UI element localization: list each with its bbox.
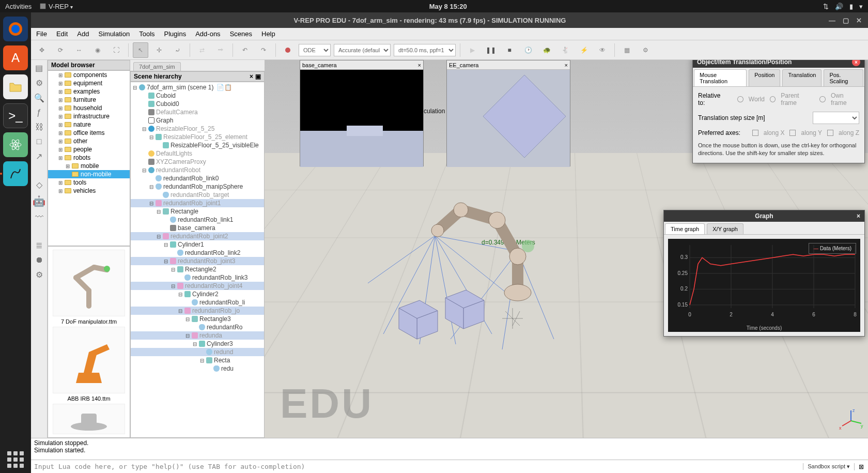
model-tree-item[interactable]: ⊞household [48,104,130,112]
dock-apps-grid[interactable] [7,451,24,468]
hierarchy-detach-icon[interactable]: ▣ [255,73,261,80]
radio-parent[interactable] [770,96,776,102]
menu-simulation[interactable]: Simulation [99,30,130,38]
radio-own[interactable] [819,96,825,102]
sim-stop-icon[interactable]: ■ [502,42,517,58]
hierarchy-item[interactable]: Graph [131,116,264,125]
hierarchy-item[interactable]: ⊟ResizableFloor_5_25_element [131,133,264,141]
lt-pages-icon[interactable]: ▤ [35,63,43,73]
dock-atom[interactable] [3,132,28,157]
chk-along-y[interactable] [789,130,796,136]
hierarchy-item[interactable]: ⊟redundantRobot [131,166,264,174]
chk-along-x[interactable] [752,130,758,136]
model-tree-item[interactable]: ⊞people [48,145,130,154]
hierarchy-close-icon[interactable]: × [250,73,253,80]
hierarchy-item[interactable]: ⊟Cylinder2 [131,290,264,298]
model-tree-item[interactable]: ⊞examples [48,87,130,96]
hierarchy-item[interactable]: ⊟Rectangle2 [131,265,264,273]
tool-pan-icon[interactable]: ✥ [34,42,50,58]
hierarchy-item[interactable]: ⊟Rectangle3 [131,315,264,323]
dock-firefox[interactable] [3,17,28,41]
console-close-icon[interactable]: ⊠ [854,463,868,470]
lt-selection-icon[interactable]: □ [37,137,42,146]
hierarchy-item[interactable]: redund [131,348,264,356]
lt-settings-icon[interactable]: ⚙ [36,270,43,280]
scene-hierarchy[interactable]: ⊟7dof_arm_sim (scene 1) 📄📋CuboidCuboid0D… [130,82,265,438]
model-tree-item[interactable]: ⊞nature [48,120,130,129]
menu-edit[interactable]: Edit [56,30,68,38]
tool-rotate-icon[interactable]: ⟳ [53,42,68,58]
sim-visualize-icon[interactable]: 👁 [595,42,610,58]
tool-scene-icon[interactable]: ⚙ [638,42,653,58]
sim-play-icon[interactable]: ▶ [464,42,480,58]
hierarchy-item[interactable]: redundantRob_link1 [131,216,264,224]
tool-undo-icon[interactable]: ↶ [237,42,253,58]
menu-help[interactable]: Help [261,30,275,38]
lua-input[interactable]: Input Lua code here, or type "help()" (u… [31,462,803,471]
network-icon[interactable]: ⇅ [823,3,829,10]
ee-camera-window[interactable]: EE_camera× [446,60,570,166]
model-tree-item[interactable]: ⊞infrastructure [48,112,130,120]
hierarchy-item[interactable]: DefaultCamera [131,108,264,116]
hierarchy-item[interactable]: ⊟redundantRob_joint1 [131,199,264,207]
window-minimize-button[interactable]: — [829,17,835,24]
app-indicator[interactable]: V-REP [39,3,73,10]
hierarchy-item[interactable]: ⊟redundantRob_manipSphere [131,182,264,191]
menu-tools[interactable]: Tools [139,30,154,38]
hierarchy-item[interactable]: ⊟ResizableFloor_5_25 [131,125,264,133]
model-tree-item[interactable]: ⊞components [48,71,130,79]
tab-xy-graph[interactable]: X/Y graph [707,223,743,234]
hierarchy-item[interactable]: redundantRob_link2 [131,249,264,257]
hierarchy-item[interactable]: Cuboid0 [131,100,264,108]
tool-move-icon[interactable]: ↔ [71,42,87,58]
dock-software[interactable]: A [3,45,28,70]
hierarchy-root[interactable]: ⊟7dof_arm_sim (scene 1) 📄📋 [131,83,264,91]
step-size-select[interactable] [813,112,859,124]
tool-translate-icon[interactable]: ✢ [151,42,167,58]
sim-realtime-icon[interactable]: 🕑 [520,42,536,58]
menu-scenes[interactable]: Scenes [230,30,252,38]
window-close-button[interactable]: ✕ [856,17,862,24]
tab-position[interactable]: Position [749,69,780,86]
scene-tab[interactable]: 7dof_arm_sim [133,62,181,71]
lt-path-icon[interactable]: 〰 [35,212,43,222]
tool-transfer-icon[interactable]: ⮕ [213,42,228,58]
dock-vrep[interactable] [3,161,28,186]
dialog-close-icon[interactable]: × [857,212,860,220]
dialog-close-icon[interactable]: × [852,60,860,66]
tool-camera-icon[interactable]: ◉ [90,42,105,58]
hierarchy-item[interactable]: redundantRo [131,323,264,331]
menu-add[interactable]: Add [77,30,89,38]
tool-rotate-obj-icon[interactable]: ⤾ [170,42,185,58]
menu-file[interactable]: File [36,30,47,38]
translation-dialog[interactable]: Object/Item Translation/Position× Mouse … [692,60,865,163]
volume-icon[interactable]: 🔊 [835,3,843,10]
preview-thumb-2[interactable] [53,404,125,434]
hierarchy-item[interactable]: base_camera [131,224,264,232]
dock-terminal[interactable]: >_ [3,103,28,128]
hierarchy-item[interactable]: Cuboid [131,91,264,100]
model-tree-item[interactable]: ⊞furniture [48,96,130,104]
tool-select-icon[interactable]: ↖ [133,42,148,58]
engine-select[interactable]: ODE [299,44,331,56]
menu-add-ons[interactable]: Add-ons [195,30,220,38]
lt-robot-icon[interactable]: 🤖 [33,195,45,207]
preview-thumb-1[interactable] [53,327,125,393]
hierarchy-item[interactable]: ⊟Cylinder3 [131,340,264,348]
lt-calc-icon[interactable]: 🔍 [34,93,44,103]
camwin-close-icon[interactable]: × [565,62,568,68]
tab-pos-scaling[interactable]: Pos. Scaling [824,69,863,86]
model-tree-item[interactable]: ⊞vehicles [48,187,130,195]
hierarchy-item[interactable]: redundantRob_link0 [131,174,264,182]
hierarchy-item[interactable]: XYZCameraProxy [131,158,264,166]
menu-plugins[interactable]: Plugins [164,30,187,38]
chk-along-z[interactable] [827,130,833,136]
hierarchy-item[interactable]: redundantRob_li [131,298,264,307]
model-tree-item[interactable]: ⊞office items [48,129,130,137]
hierarchy-item[interactable]: ⊟redundantRob_joint3 [131,257,264,265]
sandbox-select[interactable]: Sandbox script [803,463,854,470]
hierarchy-item[interactable]: DefaultLights [131,149,264,158]
hierarchy-item[interactable]: redundantRob_target [131,191,264,199]
lt-properties-icon[interactable]: ⚙ [36,78,43,88]
hierarchy-item[interactable]: ⊟redunda [131,331,264,340]
